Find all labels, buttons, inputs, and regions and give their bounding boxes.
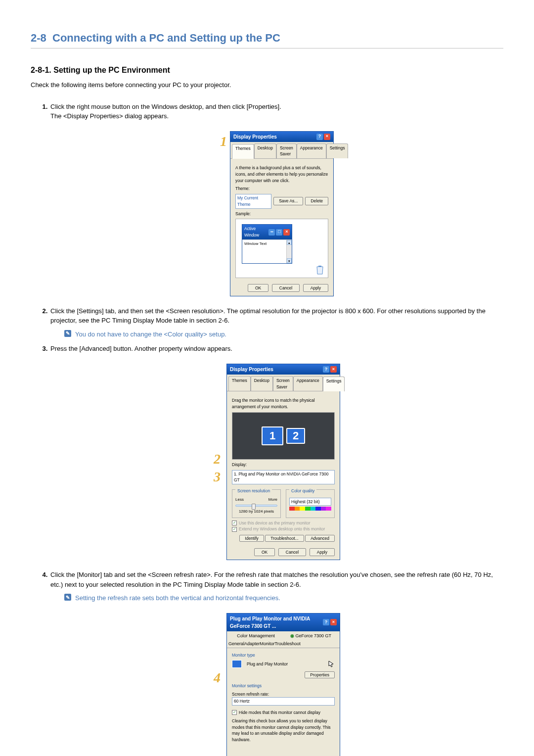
saveas-button[interactable]: Save As... [273, 197, 303, 205]
max-icon: □ [276, 229, 282, 236]
tabs: Themes Desktop Screen Saver Appearance S… [230, 142, 333, 159]
help-icon[interactable]: ? [323, 619, 329, 625]
tab-desktop[interactable]: Desktop [251, 376, 273, 391]
ok-button[interactable]: OK [248, 284, 268, 292]
section-heading: Connecting with a PC and Setting up the … [52, 32, 280, 44]
identify-button[interactable]: Identify [239, 535, 264, 542]
note-icon: ✎ [64, 330, 71, 337]
tab-troubleshoot[interactable]: Troubleshoot [275, 641, 301, 648]
step-list: Click the right mouse button on the Wind… [31, 102, 503, 756]
apply-button[interactable]: Apply [303, 284, 328, 292]
note: ✎ Setting the refresh rate sets both the… [64, 593, 503, 603]
list-item: Click the [Monitor] tab and set the <Scr… [49, 570, 503, 756]
close-icon[interactable]: × [324, 134, 330, 140]
callout-1: 1 [220, 131, 227, 152]
close-icon: × [283, 229, 290, 236]
theme-sample: Active Window ‒ □ × Window Text [235, 219, 328, 278]
scrollbar: ▴▾ [286, 240, 292, 263]
color-quality-preview [289, 507, 331, 511]
tab-adapter[interactable]: Adapter [244, 641, 260, 648]
cancel-button[interactable]: Cancel [272, 284, 300, 292]
subsection-title: 2-8-1. Setting up the PC Environment [31, 64, 503, 76]
list-item: Click the right mouse button on the Wind… [49, 102, 503, 296]
note: ✎ You do not have to change the <Color q… [64, 330, 503, 339]
apply-button[interactable]: Apply [310, 548, 335, 556]
ok-button[interactable]: OK [254, 548, 275, 556]
help-icon[interactable]: ? [316, 134, 323, 140]
tab-general[interactable]: General [228, 641, 244, 648]
tab-geforce[interactable]: ◉ GeForce 7300 GT [283, 633, 338, 640]
callout-4: 4 [214, 667, 221, 688]
tab-appearance[interactable]: Appearance [297, 143, 326, 159]
note-icon: ✎ [64, 594, 71, 601]
display-select[interactable]: 1. Plug and Play Monitor on NVIDIA GeFor… [232, 470, 335, 485]
tab-settings[interactable]: Settings [326, 143, 349, 159]
hide-modes-checkbox[interactable]: ✓ [232, 710, 237, 715]
monitor-1[interactable]: 1 [262, 426, 283, 445]
monitor-2[interactable]: 2 [286, 428, 305, 444]
list-item: Click the [Settings] tab, and then set t… [49, 306, 503, 339]
theme-select[interactable]: My Current Theme [235, 194, 271, 209]
close-icon[interactable]: × [330, 366, 337, 373]
tab-desktop[interactable]: Desktop [254, 143, 276, 159]
figure-2: 2 3 Display Properties ? × Themes Deskto… [50, 364, 503, 560]
list-item: Press the [Advanced] button. Another pro… [49, 344, 503, 560]
refresh-rate-select[interactable]: 60 Hertz [232, 697, 335, 706]
figure-1: 1 Display Properties ? × Themes Desktop … [50, 131, 503, 296]
color-quality-select[interactable]: Highest (32 bit) [289, 498, 331, 506]
monitor-arrangement[interactable]: 1 2 [232, 412, 335, 460]
monitor-properties-dialog: Plug and Play Monitor and NVIDIA GeForce… [226, 613, 340, 756]
tab-monitor[interactable]: Monitor [260, 641, 275, 648]
tab-settings[interactable]: Settings [323, 377, 345, 392]
dialog-titlebar: Display Properties ? × [230, 132, 333, 142]
recycle-bin-icon [316, 265, 324, 275]
tab-themes[interactable]: Themes [228, 376, 251, 391]
tab-screensaver[interactable]: Screen Saver [273, 376, 293, 391]
properties-button[interactable]: Properties [305, 671, 335, 678]
display-properties-dialog-themes: Display Properties ? × Themes Desktop Sc… [230, 131, 334, 296]
advanced-button[interactable]: Advanced [305, 535, 335, 542]
tab-color-management[interactable]: Color Management [228, 633, 283, 640]
delete-button[interactable]: Delete [305, 197, 328, 205]
help-icon[interactable]: ? [323, 366, 329, 373]
close-icon[interactable]: × [330, 619, 337, 625]
extend-desktop-checkbox: ✓ [232, 527, 237, 532]
min-icon: ‒ [268, 229, 275, 236]
tab-screensaver[interactable]: Screen Saver [276, 143, 297, 159]
troubleshoot-button[interactable]: Troubleshoot... [265, 535, 304, 542]
monitor-icon [232, 660, 242, 668]
resolution-slider[interactable] [235, 505, 277, 507]
section-title: 2-8 Connecting with a PC and Setting up … [31, 30, 503, 48]
intro-text: Check the following items before connect… [31, 80, 503, 90]
cursor-icon [328, 661, 335, 667]
section-number: 2-8 [31, 32, 46, 44]
figure-3: 4 Plug and Play Monitor and NVIDIA GeFor… [50, 613, 503, 756]
display-properties-dialog-settings: Display Properties ? × Themes Desktop Sc… [226, 364, 340, 560]
tab-themes[interactable]: Themes [232, 144, 254, 159]
tab-appearance[interactable]: Appearance [293, 376, 323, 391]
cancel-button[interactable]: Cancel [278, 548, 306, 556]
callout-3: 3 [214, 467, 221, 487]
primary-monitor-checkbox: ✓ [232, 520, 237, 525]
